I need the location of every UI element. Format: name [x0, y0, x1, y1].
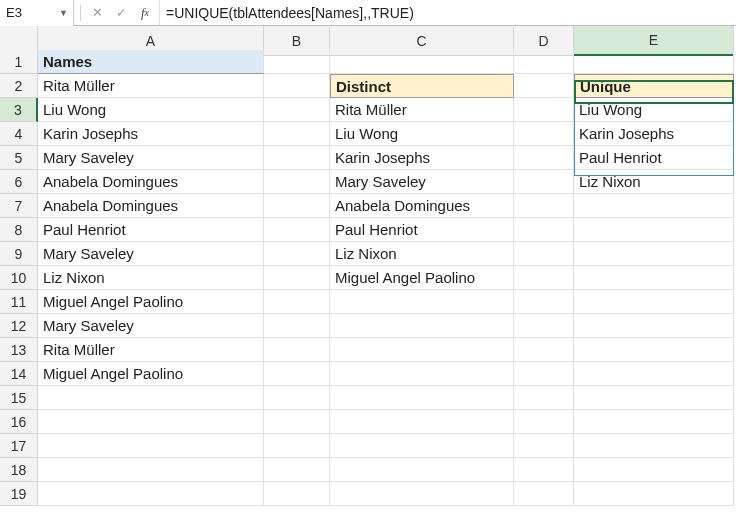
cell-E10[interactable] — [574, 266, 734, 290]
cell-E11[interactable] — [574, 290, 734, 314]
cell-B1[interactable] — [264, 50, 330, 74]
cell-D8[interactable] — [514, 218, 574, 242]
row-header-3[interactable]: 3 — [0, 98, 38, 122]
cell-D16[interactable] — [514, 410, 574, 434]
cell-A19[interactable] — [38, 482, 264, 506]
row-header-14[interactable]: 14 — [0, 362, 38, 386]
cell-B16[interactable] — [264, 410, 330, 434]
confirm-icon[interactable]: ✓ — [111, 3, 131, 23]
cell-D12[interactable] — [514, 314, 574, 338]
row-header-7[interactable]: 7 — [0, 194, 38, 218]
cell-D9[interactable] — [514, 242, 574, 266]
cell-A17[interactable] — [38, 434, 264, 458]
cell-A7[interactable]: Anabela Domingues — [38, 194, 264, 218]
cell-A12[interactable]: Mary Saveley — [38, 314, 264, 338]
cell-E12[interactable] — [574, 314, 734, 338]
cell-D6[interactable] — [514, 170, 574, 194]
cell-D13[interactable] — [514, 338, 574, 362]
cell-E18[interactable] — [574, 458, 734, 482]
name-box-dropdown-icon[interactable]: ▼ — [59, 8, 68, 18]
row-header-6[interactable]: 6 — [0, 170, 38, 194]
cell-E17[interactable] — [574, 434, 734, 458]
row-header-16[interactable]: 16 — [0, 410, 38, 434]
cell-B18[interactable] — [264, 458, 330, 482]
cell-B17[interactable] — [264, 434, 330, 458]
cell-C2[interactable]: Distinct — [330, 74, 514, 98]
cell-D15[interactable] — [514, 386, 574, 410]
cell-A16[interactable] — [38, 410, 264, 434]
cell-B2[interactable] — [264, 74, 330, 98]
row-header-13[interactable]: 13 — [0, 338, 38, 362]
cell-C14[interactable] — [330, 362, 514, 386]
cell-E7[interactable] — [574, 194, 734, 218]
cell-E19[interactable] — [574, 482, 734, 506]
cell-D10[interactable] — [514, 266, 574, 290]
cell-B12[interactable] — [264, 314, 330, 338]
cell-E9[interactable] — [574, 242, 734, 266]
cell-C13[interactable] — [330, 338, 514, 362]
cell-E14[interactable] — [574, 362, 734, 386]
cell-A2[interactable]: Rita Müller — [38, 74, 264, 98]
cell-C7[interactable]: Anabela Domingues — [330, 194, 514, 218]
cell-E1[interactable] — [574, 50, 734, 74]
cell-A13[interactable]: Rita Müller — [38, 338, 264, 362]
cell-C9[interactable]: Liz Nixon — [330, 242, 514, 266]
cell-E5[interactable]: Paul Henriot — [574, 146, 734, 170]
cell-B10[interactable] — [264, 266, 330, 290]
cell-C8[interactable]: Paul Henriot — [330, 218, 514, 242]
spreadsheet-grid[interactable]: ABCDE1Names2Rita MüllerDistinctUnique3Li… — [0, 26, 736, 506]
row-header-5[interactable]: 5 — [0, 146, 38, 170]
cell-B5[interactable] — [264, 146, 330, 170]
cell-C16[interactable] — [330, 410, 514, 434]
cell-C11[interactable] — [330, 290, 514, 314]
row-header-2[interactable]: 2 — [0, 74, 38, 98]
cell-D7[interactable] — [514, 194, 574, 218]
cell-E8[interactable] — [574, 218, 734, 242]
cell-B7[interactable] — [264, 194, 330, 218]
cell-A6[interactable]: Anabela Domingues — [38, 170, 264, 194]
fx-icon[interactable]: fx — [135, 3, 155, 23]
cell-A18[interactable] — [38, 458, 264, 482]
cell-A14[interactable]: Miguel Angel Paolino — [38, 362, 264, 386]
cell-A8[interactable]: Paul Henriot — [38, 218, 264, 242]
cell-D1[interactable] — [514, 50, 574, 74]
cell-D18[interactable] — [514, 458, 574, 482]
cell-B15[interactable] — [264, 386, 330, 410]
name-box[interactable]: E3 ▼ — [0, 0, 74, 26]
row-header-19[interactable]: 19 — [0, 482, 38, 506]
cell-C17[interactable] — [330, 434, 514, 458]
cell-B8[interactable] — [264, 218, 330, 242]
cell-D11[interactable] — [514, 290, 574, 314]
row-header-8[interactable]: 8 — [0, 218, 38, 242]
cell-D19[interactable] — [514, 482, 574, 506]
cell-E6[interactable]: Liz Nixon — [574, 170, 734, 194]
cell-E16[interactable] — [574, 410, 734, 434]
cell-B19[interactable] — [264, 482, 330, 506]
cell-A4[interactable]: Karin Josephs — [38, 122, 264, 146]
cell-D4[interactable] — [514, 122, 574, 146]
cell-C19[interactable] — [330, 482, 514, 506]
cell-E13[interactable] — [574, 338, 734, 362]
cell-A3[interactable]: Liu Wong — [38, 98, 264, 122]
row-header-11[interactable]: 11 — [0, 290, 38, 314]
cell-B11[interactable] — [264, 290, 330, 314]
formula-input[interactable]: =UNIQUE(tblAttendees[Names],,TRUE) — [159, 0, 736, 25]
cell-B13[interactable] — [264, 338, 330, 362]
row-header-1[interactable]: 1 — [0, 50, 38, 74]
cell-E4[interactable]: Karin Josephs — [574, 122, 734, 146]
cell-A10[interactable]: Liz Nixon — [38, 266, 264, 290]
cancel-icon[interactable]: ✕ — [87, 3, 107, 23]
cell-C6[interactable]: Mary Saveley — [330, 170, 514, 194]
cell-A11[interactable]: Miguel Angel Paolino — [38, 290, 264, 314]
cell-C4[interactable]: Liu Wong — [330, 122, 514, 146]
cell-C15[interactable] — [330, 386, 514, 410]
cell-A5[interactable]: Mary Saveley — [38, 146, 264, 170]
cell-B6[interactable] — [264, 170, 330, 194]
cell-D3[interactable] — [514, 98, 574, 122]
cell-E2[interactable]: Unique — [574, 74, 734, 98]
cell-D17[interactable] — [514, 434, 574, 458]
cell-E3[interactable]: Liu Wong — [574, 98, 734, 122]
cell-B14[interactable] — [264, 362, 330, 386]
row-header-18[interactable]: 18 — [0, 458, 38, 482]
cell-C3[interactable]: Rita Müller — [330, 98, 514, 122]
